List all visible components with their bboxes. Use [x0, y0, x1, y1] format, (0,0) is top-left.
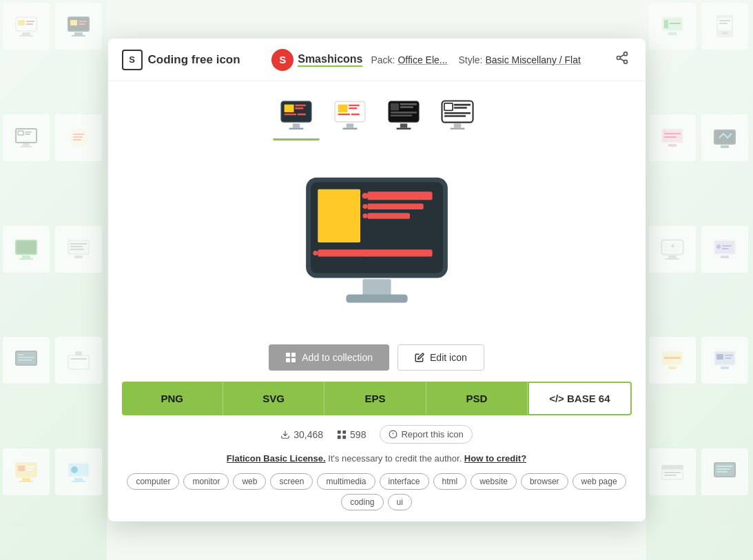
svg-rect-163 — [342, 430, 346, 433]
thumbnail-dark[interactable] — [380, 92, 428, 141]
png-label: PNG — [161, 393, 183, 404]
license-link[interactable]: Flaticon Basic License. — [227, 453, 326, 464]
svg-rect-116 — [289, 127, 303, 129]
header-logo: S Coding free icon — [122, 50, 240, 70]
add-to-collection-button[interactable]: Add to collection — [269, 344, 389, 371]
tags-row: computer monitor web screen multimedia i… — [108, 468, 646, 521]
svg-rect-124 — [346, 123, 353, 127]
base64-label: </> BASE 64 — [549, 393, 610, 404]
png-download-button[interactable]: PNG — [122, 382, 223, 415]
header-meta: Pack: Office Ele... Style: Basic Miscell… — [371, 54, 580, 65]
svg-rect-130 — [400, 106, 413, 108]
svg-rect-140 — [444, 115, 465, 117]
psd-download-button[interactable]: PSD — [426, 382, 528, 415]
tag-multimedia[interactable]: multimedia — [317, 473, 375, 490]
eps-download-button[interactable]: EPS — [324, 382, 426, 415]
thumbnail-outline[interactable] — [433, 92, 482, 141]
svg-point-149 — [362, 204, 367, 209]
share-button[interactable] — [612, 48, 632, 71]
svg-point-153 — [313, 251, 318, 256]
tag-browser[interactable]: browser — [521, 473, 568, 490]
action-buttons-row: Add to collection Edit icon — [108, 339, 646, 382]
svg-rect-132 — [390, 114, 411, 116]
svg-rect-142 — [450, 127, 464, 129]
svg-rect-121 — [349, 107, 357, 110]
tag-web-page[interactable]: web page — [573, 473, 626, 490]
svg-line-106 — [620, 59, 624, 61]
svg-label: SVG — [262, 393, 285, 404]
svg-point-103 — [623, 52, 627, 56]
base64-download-button[interactable]: </> BASE 64 — [528, 382, 631, 415]
svg-rect-129 — [400, 103, 416, 105]
logo-letter: S — [129, 54, 135, 65]
modal-overlay: S Coding free icon S Smashicons Pack: Of… — [0, 0, 753, 560]
brand-name: Smashicons — [298, 53, 362, 67]
thumbnail-green[interactable] — [326, 92, 374, 141]
svg-rect-123 — [351, 114, 359, 116]
svg-rect-110 — [284, 104, 293, 112]
svg-point-147 — [362, 193, 368, 199]
svg-rect-157 — [286, 353, 290, 357]
tag-web[interactable]: web — [233, 473, 266, 490]
modal-header: S Coding free icon S Smashicons Pack: Of… — [108, 39, 646, 81]
svg-rect-111 — [295, 104, 306, 106]
svg-rect-159 — [286, 358, 290, 362]
tag-monitor[interactable]: monitor — [183, 473, 229, 490]
tag-screen[interactable]: screen — [270, 473, 313, 490]
report-label: Report this icon — [401, 429, 463, 439]
brand-initial: S — [279, 54, 286, 65]
eps-label: EPS — [365, 393, 386, 404]
svg-rect-131 — [390, 112, 416, 114]
svg-rect-139 — [444, 112, 470, 114]
page-title: Coding free icon — [148, 53, 240, 67]
pack-label: Pack: Office Ele... — [371, 54, 447, 65]
credit-link[interactable]: How to credit? — [464, 453, 526, 464]
svg-rect-148 — [367, 203, 423, 209]
tag-interface[interactable]: interface — [380, 473, 429, 490]
svg-download-button[interactable]: SVG — [223, 382, 324, 415]
download-count: 30,468 — [280, 429, 323, 440]
svg-rect-115 — [292, 123, 299, 127]
svg-rect-134 — [396, 127, 411, 129]
svg-rect-133 — [400, 123, 406, 127]
svg-rect-125 — [342, 127, 357, 129]
tag-website[interactable]: website — [471, 473, 517, 490]
svg-point-104 — [617, 56, 620, 60]
report-button[interactable]: Report this icon — [380, 425, 472, 444]
svg-rect-120 — [349, 105, 360, 107]
brand-link[interactable]: S Smashicons — [271, 49, 362, 71]
svg-rect-122 — [338, 114, 349, 116]
tag-computer[interactable]: computer — [127, 473, 179, 490]
modal-container: S Coding free icon S Smashicons Pack: Of… — [108, 39, 646, 521]
svg-rect-165 — [342, 435, 346, 439]
svg-rect-128 — [390, 103, 398, 110]
svg-rect-114 — [297, 113, 305, 115]
svg-rect-136 — [444, 103, 452, 110]
smashicons-logo-box: S — [122, 50, 143, 70]
svg-rect-137 — [453, 104, 470, 106]
style-label: Style: Basic Miscellany / Flat — [459, 54, 581, 65]
style-link[interactable]: Basic Miscellany / Flat — [485, 54, 580, 65]
svg-rect-152 — [318, 249, 369, 256]
svg-line-107 — [620, 54, 624, 56]
tag-html[interactable]: html — [433, 473, 467, 490]
svg-rect-150 — [367, 213, 410, 219]
edit-icon-button[interactable]: Edit icon — [398, 344, 484, 371]
license-text: It's necessary to credit the author. — [328, 453, 464, 464]
svg-rect-145 — [318, 189, 360, 242]
svg-rect-158 — [291, 353, 296, 357]
svg-rect-146 — [367, 191, 432, 200]
svg-rect-160 — [291, 358, 296, 362]
svg-rect-138 — [453, 107, 466, 109]
tag-ui[interactable]: ui — [388, 494, 412, 510]
svg-rect-141 — [453, 123, 460, 127]
svg-rect-164 — [338, 435, 341, 439]
svg-rect-156 — [346, 294, 407, 302]
collection-count: 598 — [337, 429, 366, 440]
tag-coding[interactable]: coding — [341, 494, 383, 510]
svg-rect-119 — [338, 105, 347, 112]
pack-link[interactable]: Office Ele... — [398, 54, 447, 65]
svg-rect-154 — [367, 249, 432, 256]
thumbnail-color[interactable] — [272, 92, 320, 141]
thumbnail-strip — [108, 81, 646, 146]
